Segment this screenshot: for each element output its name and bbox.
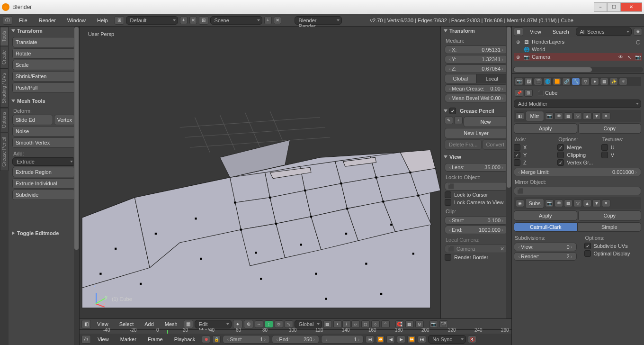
- median-y-field[interactable]: ‹Y:1.32341›: [445, 55, 508, 64]
- mirror-copy-button[interactable]: Copy: [578, 123, 642, 134]
- limit-selection-toggle[interactable]: ◻: [361, 320, 370, 328]
- screen-layout-dropdown[interactable]: Default: [126, 16, 178, 25]
- smooth-vertex-button[interactable]: Smooth Vertex: [12, 137, 75, 148]
- layers-icon[interactable]: ▦: [323, 320, 332, 328]
- window-menu[interactable]: Window: [63, 16, 90, 25]
- help-menu[interactable]: Help: [92, 16, 113, 25]
- face-select-mode[interactable]: ▱: [351, 320, 360, 328]
- clip-end-field[interactable]: ‹End:1000.000›: [445, 226, 508, 234]
- space-global-toggle[interactable]: Global: [445, 74, 476, 83]
- catmull-clark-toggle[interactable]: Catmull-Clark: [514, 222, 578, 232]
- pin-icon[interactable]: 📌: [515, 89, 523, 97]
- play-button[interactable]: ▶: [397, 336, 405, 343]
- merge-limit-field[interactable]: ‹Merge Limit:0.001000›: [514, 168, 641, 176]
- time-cursor[interactable]: [167, 330, 168, 334]
- proportional-edit-toggle[interactable]: ○: [371, 320, 380, 328]
- subsurf-apply-button[interactable]: Apply: [514, 210, 577, 221]
- manipulator-translate[interactable]: ↕: [265, 320, 273, 328]
- shrink-fatten-button[interactable]: Shrink/Fatten: [12, 71, 75, 82]
- outliner-item-renderlayers[interactable]: ⊕🖼RenderLayers▢: [514, 38, 642, 45]
- outliner-view-menu[interactable]: View: [525, 27, 546, 36]
- subsurf-moveup-button[interactable]: ▲: [583, 200, 591, 207]
- mirror-delete-button[interactable]: ✕: [602, 112, 610, 120]
- mirror-movedown-button[interactable]: ▼: [592, 112, 601, 120]
- keyframe-next-button[interactable]: ⏩: [407, 336, 416, 343]
- subdivide-uvs-checkbox[interactable]: [584, 243, 591, 249]
- current-frame-field[interactable]: ‹1›: [321, 335, 364, 344]
- timeline-playback-menu[interactable]: Playback: [170, 335, 200, 344]
- context-particles-icon[interactable]: ✨: [609, 78, 618, 85]
- push-pull-button[interactable]: Push/Pull: [12, 82, 75, 93]
- subsurf-editmode-toggle[interactable]: ▦: [564, 200, 572, 207]
- simple-toggle[interactable]: Simple: [578, 222, 642, 232]
- extrude-region-button[interactable]: Extrude Region: [12, 167, 75, 177]
- space-local-toggle[interactable]: Local: [476, 74, 508, 83]
- extrude-individual-button[interactable]: Extrude Individual: [12, 178, 75, 189]
- rotate-button[interactable]: Rotate: [12, 48, 75, 59]
- scale-button[interactable]: Scale: [12, 60, 75, 70]
- mean-bevel-field[interactable]: ‹Mean Bevel Wei:0.00›: [445, 94, 508, 102]
- 3d-viewport[interactable]: User Persp: [80, 27, 440, 318]
- scene-dropdown[interactable]: Scene: [210, 16, 262, 25]
- edge-select-mode[interactable]: /: [342, 320, 351, 328]
- vertex-select-mode[interactable]: •: [333, 320, 342, 328]
- outliner-item-camera[interactable]: ⊕📷Camera👁↖📷: [514, 53, 642, 61]
- render-border-checkbox[interactable]: [445, 254, 451, 261]
- mirror-render-toggle[interactable]: 📷: [545, 112, 554, 120]
- snap-target[interactable]: ⊙: [415, 320, 424, 328]
- render-menu[interactable]: Render: [34, 16, 61, 25]
- mirror-name-field[interactable]: Mirr: [525, 111, 544, 121]
- outliner-editor-type[interactable]: ≣: [514, 27, 523, 36]
- subsurf-name-field[interactable]: Subs: [525, 198, 544, 209]
- subsurf-movedown-button[interactable]: ▼: [592, 200, 601, 207]
- gp-delete-frame-button[interactable]: Delete Fra...: [445, 139, 482, 150]
- subsurf-cage-toggle[interactable]: ▽: [573, 200, 582, 207]
- opengl-anim-button[interactable]: 🎬: [439, 320, 448, 328]
- tab-tools[interactable]: Tools: [0, 27, 9, 46]
- context-render-icon[interactable]: 📷: [515, 78, 523, 85]
- lock-cursor-checkbox[interactable]: [445, 191, 451, 198]
- subsurf-delete-button[interactable]: ✕: [602, 200, 610, 207]
- meshtools-panel-header[interactable]: Mesh Tools: [9, 97, 79, 105]
- lens-field[interactable]: ‹Lens:35.000›: [445, 163, 508, 172]
- mirror-editmode-toggle[interactable]: ▦: [564, 112, 572, 120]
- manipulator-rotate[interactable]: ↻: [275, 320, 283, 328]
- context-modifiers-icon[interactable]: 🔧: [572, 78, 580, 85]
- gp-add-icon[interactable]: +: [454, 117, 463, 124]
- manipulator-toggle[interactable]: ↔: [255, 320, 263, 328]
- mirror-z-checkbox[interactable]: [514, 159, 520, 166]
- context-physics-icon[interactable]: ⚛: [619, 78, 627, 85]
- subsurf-display-toggle[interactable]: 👁: [555, 200, 563, 207]
- tab-create[interactable]: Create: [0, 46, 9, 69]
- subsurf-copy-button[interactable]: Copy: [578, 210, 642, 221]
- median-z-field[interactable]: ‹Z:0.67084›: [445, 64, 508, 73]
- keyframe-prev-button[interactable]: ⏪: [376, 336, 385, 343]
- add-modifier-dropdown[interactable]: Add Modifier: [514, 100, 641, 108]
- scene-browse-icon[interactable]: ⊞: [199, 16, 208, 25]
- mirror-display-toggle[interactable]: 👁: [555, 112, 563, 120]
- context-data-icon[interactable]: ▽: [581, 78, 590, 85]
- tab-shading-uvs[interactable]: Shading / UVs: [0, 69, 9, 108]
- render-engine-dropdown[interactable]: Blender Render: [295, 16, 342, 25]
- outliner-tree[interactable]: ⊕🖼RenderLayers▢ 🌐World ⊕📷Camera👁↖📷: [512, 37, 644, 66]
- add-menu[interactable]: Add: [140, 320, 159, 328]
- context-scene-icon[interactable]: 🎬: [534, 78, 542, 85]
- noise-button[interactable]: Noise: [12, 126, 75, 136]
- median-x-field[interactable]: ‹X:0.95131›: [445, 45, 508, 54]
- lock-object-field[interactable]: ⬛: [445, 182, 508, 191]
- slide-vertex-button[interactable]: Vertex: [54, 115, 75, 125]
- outliner-display-mode[interactable]: All Scenes: [576, 27, 632, 36]
- context-texture-icon[interactable]: ▦: [600, 78, 608, 85]
- audio-mute-icon[interactable]: 🔇: [468, 336, 476, 343]
- mirror-x-checkbox[interactable]: [514, 144, 520, 151]
- context-world-icon[interactable]: 🌐: [543, 78, 552, 85]
- layout-add-button[interactable]: +: [180, 17, 188, 24]
- outliner-hscroll[interactable]: [513, 67, 643, 73]
- layout-browse-icon[interactable]: ⊞: [115, 16, 124, 25]
- manipulator-scale[interactable]: ⤡: [285, 320, 293, 328]
- gp-enable-checkbox[interactable]: [449, 108, 456, 114]
- outliner-item-world[interactable]: 🌐World: [514, 45, 642, 53]
- mirror-apply-button[interactable]: Apply: [514, 123, 577, 134]
- editor-type-button[interactable]: ◧: [81, 320, 91, 328]
- context-renderlayers-icon[interactable]: 🖼: [524, 78, 533, 85]
